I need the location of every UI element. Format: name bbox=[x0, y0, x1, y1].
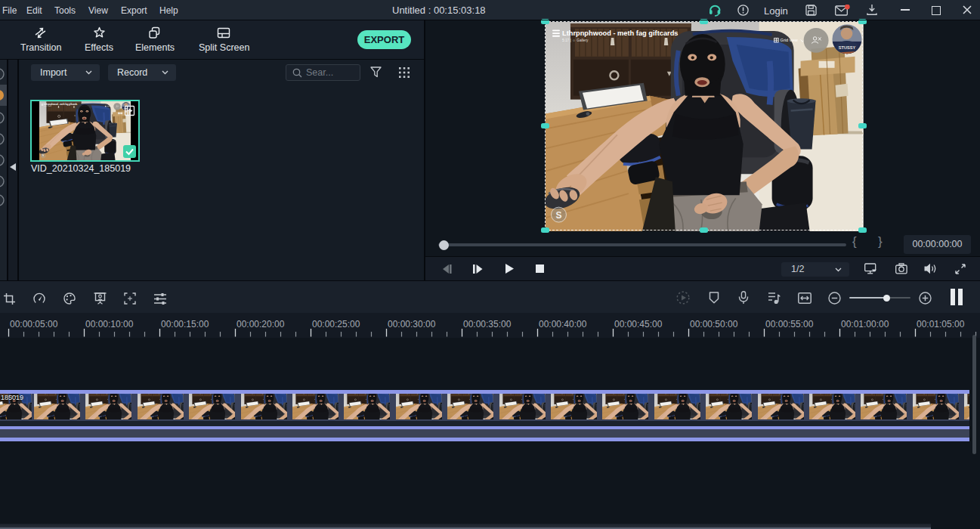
svg-text:00:00:25:00: 00:00:25:00 bbox=[312, 319, 360, 329]
svg-text:00:00:35:00: 00:00:35:00 bbox=[463, 319, 512, 329]
svg-text:00:00:10:00: 00:00:10:00 bbox=[85, 319, 134, 329]
svg-text:00:00:55:00: 00:00:55:00 bbox=[765, 319, 814, 329]
svg-text:00:00:30:00: 00:00:30:00 bbox=[388, 319, 436, 329]
svg-text:00:00:45:00: 00:00:45:00 bbox=[614, 319, 663, 329]
svg-text:00:01:00:00: 00:01:00:00 bbox=[841, 319, 889, 329]
svg-text:00:00:40:00: 00:00:40:00 bbox=[539, 319, 587, 329]
svg-text:00:00:20:00: 00:00:20:00 bbox=[236, 319, 285, 329]
svg-text:00:00:15:00: 00:00:15:00 bbox=[161, 319, 209, 329]
svg-text:00:00:05:00: 00:00:05:00 bbox=[10, 319, 58, 329]
svg-text:00:01:05:00: 00:01:05:00 bbox=[917, 319, 965, 329]
svg-text:00:00:50:00: 00:00:50:00 bbox=[690, 319, 738, 329]
